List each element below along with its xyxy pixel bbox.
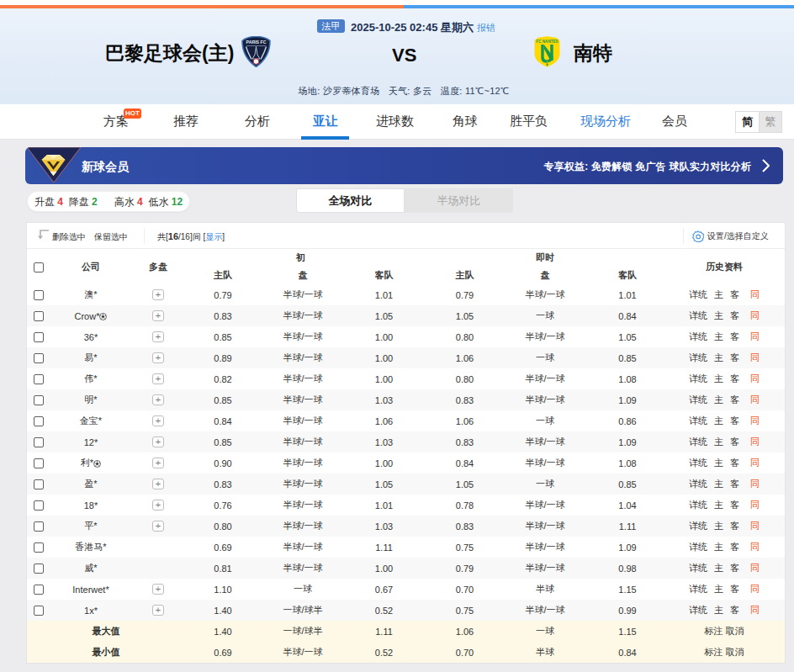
svg-text:FC NANTES: FC NANTES (536, 40, 558, 44)
svg-text:PARIS FC: PARIS FC (246, 40, 267, 45)
